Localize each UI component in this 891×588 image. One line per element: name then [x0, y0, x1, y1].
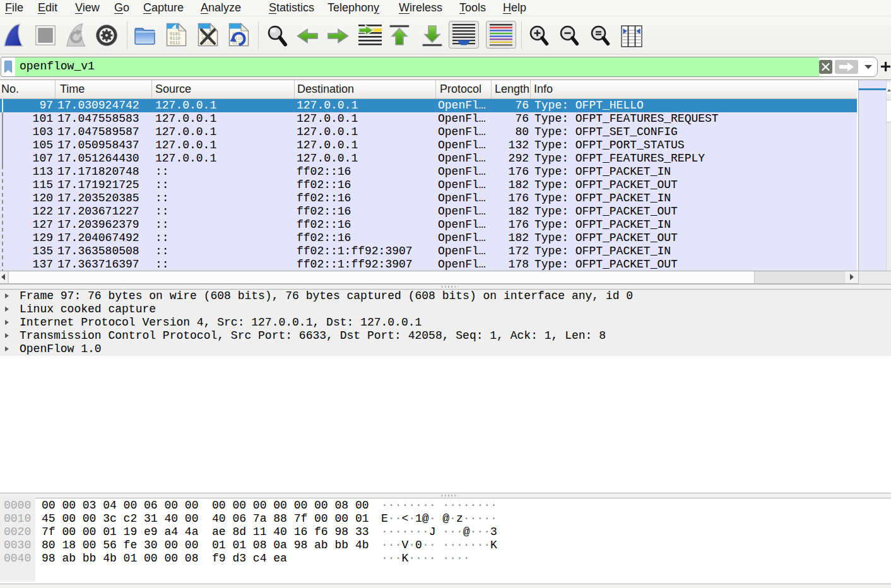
- svg-text:0111: 0111: [170, 40, 180, 45]
